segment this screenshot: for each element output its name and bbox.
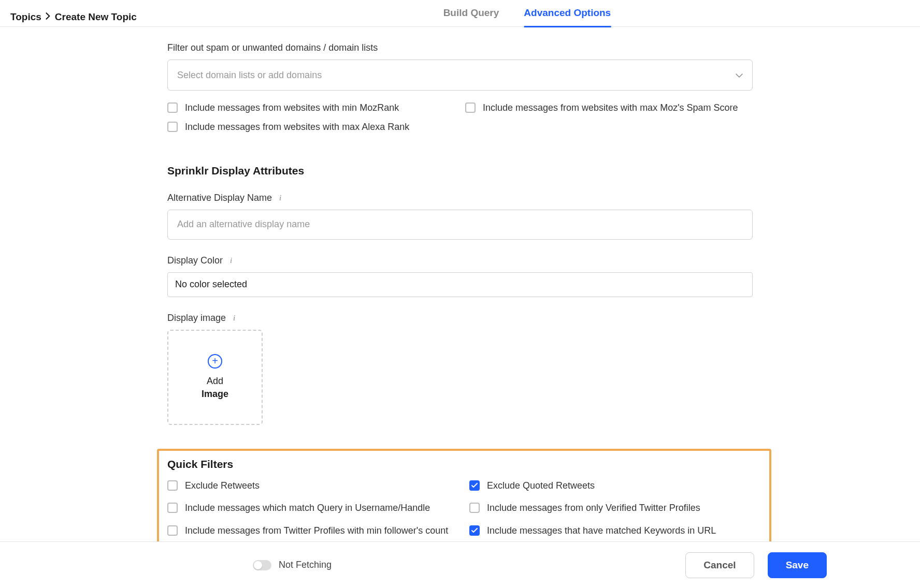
quick-filter-checkbox[interactable]: [167, 503, 178, 513]
quick-filter-label: Exclude Retweets: [185, 480, 260, 492]
checkbox-min-mozrank-row: Include messages from websites with min …: [167, 102, 455, 114]
display-color-value: No color selected: [175, 279, 247, 290]
toggle-knob: [254, 561, 262, 569]
checkbox-max-alexa-rank[interactable]: [167, 122, 178, 132]
fetch-toggle-label: Not Fetching: [279, 560, 332, 570]
checkbox-min-mozrank[interactable]: [167, 102, 178, 113]
info-icon[interactable]: i: [230, 314, 238, 322]
footer-bar: Not Fetching Cancel Save: [0, 541, 920, 588]
quick-filter-row: Exclude Retweets: [167, 480, 459, 492]
add-image-text: Add Image: [202, 375, 228, 401]
chevron-right-icon: [46, 12, 51, 22]
quick-filter-label: Include messages which match Query in Us…: [185, 502, 430, 514]
quick-filter-row: Include messages from Twitter Profiles w…: [167, 525, 459, 537]
tab-build-query[interactable]: Build Query: [443, 7, 499, 27]
breadcrumb-current: Create New Topic: [55, 11, 137, 23]
alt-display-name-label: Alternative Display Name: [167, 193, 272, 203]
checkbox-max-alexa-rank-label: Include messages from websites with max …: [185, 121, 409, 133]
quick-filter-checkbox[interactable]: [167, 480, 178, 491]
quick-filter-checkbox[interactable]: [167, 525, 178, 536]
fetch-toggle-wrap: Not Fetching: [253, 560, 332, 570]
display-color-label: Display Color: [167, 255, 223, 266]
quick-filter-label: Include messages from Twitter Profiles w…: [185, 525, 448, 537]
breadcrumb: Topics Create New Topic: [10, 11, 137, 23]
checkbox-min-mozrank-label: Include messages from websites with min …: [185, 102, 399, 114]
cancel-button[interactable]: Cancel: [685, 552, 754, 578]
fetch-toggle[interactable]: [253, 560, 271, 570]
display-image-label: Display image: [167, 313, 226, 324]
checkbox-max-alexa-rank-row: Include messages from websites with max …: [167, 121, 455, 133]
tabs: Build Query Advanced Options: [443, 7, 611, 588]
chevron-down-icon: [736, 70, 743, 80]
add-image-button[interactable]: + Add Image: [167, 330, 263, 425]
domain-list-placeholder: Select domain lists or add domains: [177, 70, 322, 81]
tab-advanced-options[interactable]: Advanced Options: [524, 7, 611, 27]
info-icon[interactable]: i: [227, 256, 235, 264]
info-icon[interactable]: i: [276, 194, 284, 202]
quick-filter-row: Include messages which match Query in Us…: [167, 502, 459, 514]
breadcrumb-root[interactable]: Topics: [10, 11, 41, 23]
plus-circle-icon: +: [208, 354, 222, 369]
page-header: Topics Create New Topic Build Query Adva…: [0, 0, 920, 27]
save-button[interactable]: Save: [768, 552, 827, 578]
